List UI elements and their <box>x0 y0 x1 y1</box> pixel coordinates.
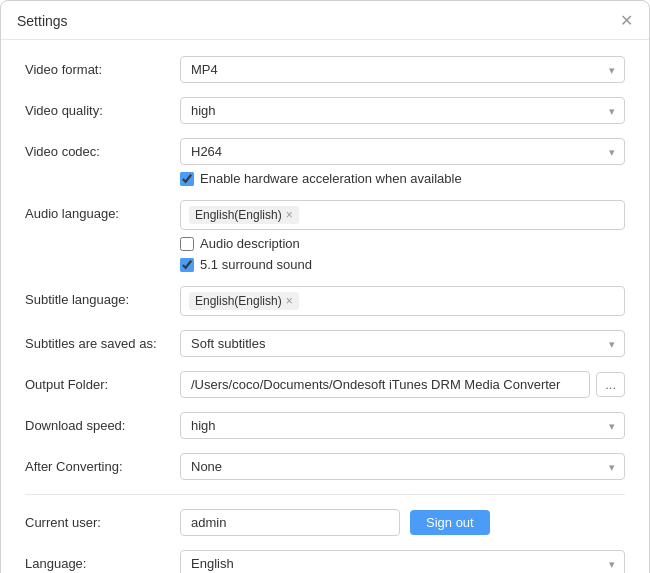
sign-out-button[interactable]: Sign out <box>410 510 490 535</box>
audio-language-row: Audio language: English(English) × Audio… <box>25 200 625 272</box>
language-field: English Chinese Japanese French ▾ <box>180 550 625 573</box>
download-speed-select-wrapper: high medium low ▾ <box>180 412 625 439</box>
subtitle-language-tag-close-icon[interactable]: × <box>286 295 293 307</box>
download-speed-select[interactable]: high medium low <box>180 412 625 439</box>
audio-language-tag-close-icon[interactable]: × <box>286 209 293 221</box>
current-user-input-row: Sign out <box>180 509 625 536</box>
hardware-acceleration-row: Enable hardware acceleration when availa… <box>180 171 625 186</box>
surround-sound-label[interactable]: 5.1 surround sound <box>200 257 312 272</box>
audio-description-checkbox[interactable] <box>180 237 194 251</box>
close-button[interactable]: ✕ <box>620 13 633 29</box>
audio-language-tag: English(English) × <box>189 206 299 224</box>
language-select-wrapper: English Chinese Japanese French ▾ <box>180 550 625 573</box>
download-speed-row: Download speed: high medium low ▾ <box>25 412 625 439</box>
current-user-label: Current user: <box>25 509 180 530</box>
video-format-select-wrapper: MP4 MKV MOV AVI ▾ <box>180 56 625 83</box>
language-select[interactable]: English Chinese Japanese French <box>180 550 625 573</box>
settings-content: Video format: MP4 MKV MOV AVI ▾ Video qu… <box>1 40 649 573</box>
output-folder-row: Output Folder: ... <box>25 371 625 398</box>
output-folder-field: ... <box>180 371 625 398</box>
video-quality-row: Video quality: high medium low ▾ <box>25 97 625 124</box>
subtitles-saved-select-wrapper: Soft subtitles Hard subtitles External s… <box>180 330 625 357</box>
video-quality-field: high medium low ▾ <box>180 97 625 124</box>
after-converting-select[interactable]: None Open folder Shutdown <box>180 453 625 480</box>
hardware-acceleration-label[interactable]: Enable hardware acceleration when availa… <box>200 171 462 186</box>
language-row: Language: English Chinese Japanese Frenc… <box>25 550 625 573</box>
output-folder-label: Output Folder: <box>25 371 180 392</box>
video-quality-select[interactable]: high medium low <box>180 97 625 124</box>
subtitle-language-row: Subtitle language: English(English) × <box>25 286 625 316</box>
video-codec-row: Video codec: H264 H265 VP9 ▾ Enable hard… <box>25 138 625 186</box>
video-codec-select[interactable]: H264 H265 VP9 <box>180 138 625 165</box>
subtitles-saved-label: Subtitles are saved as: <box>25 330 180 351</box>
audio-language-tag-text: English(English) <box>195 208 282 222</box>
section-divider <box>25 494 625 495</box>
video-format-select[interactable]: MP4 MKV MOV AVI <box>180 56 625 83</box>
settings-window: Settings ✕ Video format: MP4 MKV MOV AVI… <box>0 0 650 573</box>
video-quality-select-wrapper: high medium low ▾ <box>180 97 625 124</box>
audio-language-tags-input[interactable]: English(English) × <box>180 200 625 230</box>
video-codec-field: H264 H265 VP9 ▾ Enable hardware accelera… <box>180 138 625 186</box>
subtitle-language-field: English(English) × <box>180 286 625 316</box>
folder-browse-button[interactable]: ... <box>596 372 625 397</box>
current-user-input[interactable] <box>180 509 400 536</box>
output-folder-input-row: ... <box>180 371 625 398</box>
audio-language-field: English(English) × Audio description 5.1… <box>180 200 625 272</box>
subtitle-language-tag-text: English(English) <box>195 294 282 308</box>
download-speed-field: high medium low ▾ <box>180 412 625 439</box>
video-format-field: MP4 MKV MOV AVI ▾ <box>180 56 625 83</box>
language-label: Language: <box>25 550 180 571</box>
subtitle-language-label: Subtitle language: <box>25 286 180 307</box>
audio-description-label[interactable]: Audio description <box>200 236 300 251</box>
surround-sound-checkbox[interactable] <box>180 258 194 272</box>
video-format-label: Video format: <box>25 56 180 77</box>
after-converting-label: After Converting: <box>25 453 180 474</box>
audio-description-row: Audio description <box>180 236 625 251</box>
after-converting-field: None Open folder Shutdown ▾ <box>180 453 625 480</box>
video-codec-label: Video codec: <box>25 138 180 159</box>
after-converting-row: After Converting: None Open folder Shutd… <box>25 453 625 480</box>
video-codec-select-wrapper: H264 H265 VP9 ▾ <box>180 138 625 165</box>
hardware-acceleration-checkbox[interactable] <box>180 172 194 186</box>
surround-sound-row: 5.1 surround sound <box>180 257 625 272</box>
audio-language-label: Audio language: <box>25 200 180 221</box>
subtitle-language-tag: English(English) × <box>189 292 299 310</box>
window-title: Settings <box>17 13 68 29</box>
subtitles-saved-row: Subtitles are saved as: Soft subtitles H… <box>25 330 625 357</box>
subtitle-language-tags-input[interactable]: English(English) × <box>180 286 625 316</box>
subtitles-saved-field: Soft subtitles Hard subtitles External s… <box>180 330 625 357</box>
after-converting-select-wrapper: None Open folder Shutdown ▾ <box>180 453 625 480</box>
current-user-field: Sign out <box>180 509 625 536</box>
title-bar: Settings ✕ <box>1 1 649 40</box>
output-folder-input[interactable] <box>180 371 590 398</box>
subtitles-saved-select[interactable]: Soft subtitles Hard subtitles External s… <box>180 330 625 357</box>
video-format-row: Video format: MP4 MKV MOV AVI ▾ <box>25 56 625 83</box>
video-quality-label: Video quality: <box>25 97 180 118</box>
current-user-row: Current user: Sign out <box>25 509 625 536</box>
download-speed-label: Download speed: <box>25 412 180 433</box>
